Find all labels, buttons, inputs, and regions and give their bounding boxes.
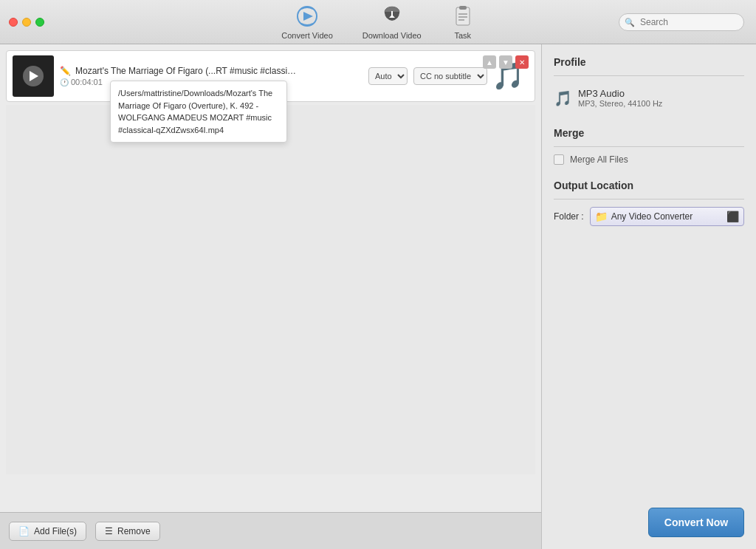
profile-section: Profile 🎵 MP3 Audio MP3, Stereo, 44100 H… <box>554 56 744 112</box>
profile-info: MP3 Audio MP3, Stereo, 44100 Hz <box>578 88 662 108</box>
search-input[interactable] <box>619 13 744 31</box>
convert-now-label: Convert Now <box>664 516 728 528</box>
profile-title: Profile <box>554 56 744 68</box>
remove-icon: ☰ <box>105 526 113 536</box>
task-button[interactable]: Task <box>451 4 475 40</box>
duration-text: 00:04:01 <box>71 78 103 86</box>
right-bottom: Convert Now <box>554 508 744 537</box>
merge-section: Merge Merge All Files <box>554 127 744 165</box>
search-wrapper <box>619 13 744 31</box>
output-location-section: Output Location Folder : 📁 Any Video Con… <box>554 180 744 226</box>
remove-button[interactable]: ☰ Remove <box>95 522 160 541</box>
move-down-button[interactable]: ▼ <box>499 55 512 69</box>
play-icon <box>30 71 38 81</box>
folder-select-inner: 📁 Any Video Converter <box>595 211 693 222</box>
edit-icon[interactable]: ✏️ <box>60 66 71 76</box>
profile-divider <box>554 75 744 76</box>
remove-file-button[interactable]: ✕ <box>515 55 529 69</box>
profile-item[interactable]: 🎵 MP3 Audio MP3, Stereo, 44100 Hz <box>554 83 744 112</box>
folder-label: Folder : <box>554 211 584 222</box>
convert-now-button[interactable]: Convert Now <box>648 508 744 537</box>
download-video-label: Download Video <box>362 31 422 40</box>
svg-rect-5 <box>459 6 467 10</box>
merge-label: Merge All Files <box>570 154 628 165</box>
chevron-down-icon: ⬛ <box>726 211 739 222</box>
remove-label: Remove <box>117 526 151 536</box>
empty-list-area <box>6 105 535 474</box>
merge-title: Merge <box>554 127 744 139</box>
download-video-button[interactable]: Download Video <box>362 4 422 40</box>
tooltip-text: /Users/mattristine/Downloads/Mozart's Th… <box>118 89 272 134</box>
right-panel-spacer <box>554 241 744 493</box>
file-item: ✏️ Mozart's The Marriage Of Figaro (...R… <box>6 50 535 102</box>
file-thumbnail[interactable] <box>13 55 54 97</box>
minimize-button[interactable] <box>22 18 31 27</box>
svg-rect-4 <box>456 7 470 25</box>
subtitle-select[interactable]: CC no subtitle <box>413 67 487 85</box>
folder-icon: 📁 <box>595 211 608 222</box>
audio-track-select[interactable]: Auto <box>368 67 408 85</box>
profile-name: MP3 Audio <box>578 88 662 99</box>
main-layout: ✏️ Mozart's The Marriage Of Figaro (...R… <box>0 44 756 549</box>
traffic-lights <box>0 18 44 27</box>
file-path-tooltip: /Users/mattristine/Downloads/Mozart's Th… <box>110 81 287 143</box>
folder-select[interactable]: 📁 Any Video Converter ⬛ <box>590 207 744 226</box>
search-bar <box>619 13 744 31</box>
play-button[interactable] <box>23 66 44 86</box>
task-label: Task <box>454 31 471 40</box>
output-location-title: Output Location <box>554 180 744 191</box>
maximize-button[interactable] <box>35 18 44 27</box>
file-controls: Auto CC no subtitle <box>368 67 487 85</box>
add-files-label: Add File(s) <box>34 526 77 536</box>
add-files-button[interactable]: 📄 Add File(s) <box>9 522 86 541</box>
file-title-row: ✏️ Mozart's The Marriage Of Figaro (...R… <box>60 66 362 76</box>
bottom-bar: 📄 Add File(s) ☰ Remove <box>0 512 541 549</box>
merge-checkbox-row: Merge All Files <box>554 154 744 165</box>
titlebar: Convert Video Download Video Task <box>0 0 756 44</box>
add-files-icon: 📄 <box>18 526 30 536</box>
merge-checkbox[interactable] <box>554 154 564 165</box>
close-button[interactable] <box>9 18 18 27</box>
folder-value: Any Video Converter <box>611 211 693 222</box>
file-actions: ▲ ▼ ✕ <box>483 55 529 69</box>
profile-description: MP3, Stereo, 44100 Hz <box>578 99 662 108</box>
convert-video-button[interactable]: Convert Video <box>281 4 333 40</box>
clock-icon: 🕐 <box>60 78 69 86</box>
move-up-button[interactable]: ▲ <box>483 55 496 69</box>
merge-divider <box>554 146 744 147</box>
mp3-icon: 🎵 <box>554 89 572 107</box>
left-panel: ✏️ Mozart's The Marriage Of Figaro (...R… <box>0 44 542 549</box>
file-info: ✏️ Mozart's The Marriage Of Figaro (...R… <box>54 66 368 86</box>
convert-video-label: Convert Video <box>281 31 333 40</box>
output-divider <box>554 199 744 200</box>
file-name: Mozart's The Marriage Of Figaro (...RT #… <box>75 66 297 76</box>
folder-row: Folder : 📁 Any Video Converter ⬛ <box>554 207 744 226</box>
file-list: ✏️ Mozart's The Marriage Of Figaro (...R… <box>0 44 541 512</box>
right-panel: Profile 🎵 MP3 Audio MP3, Stereo, 44100 H… <box>542 44 756 549</box>
